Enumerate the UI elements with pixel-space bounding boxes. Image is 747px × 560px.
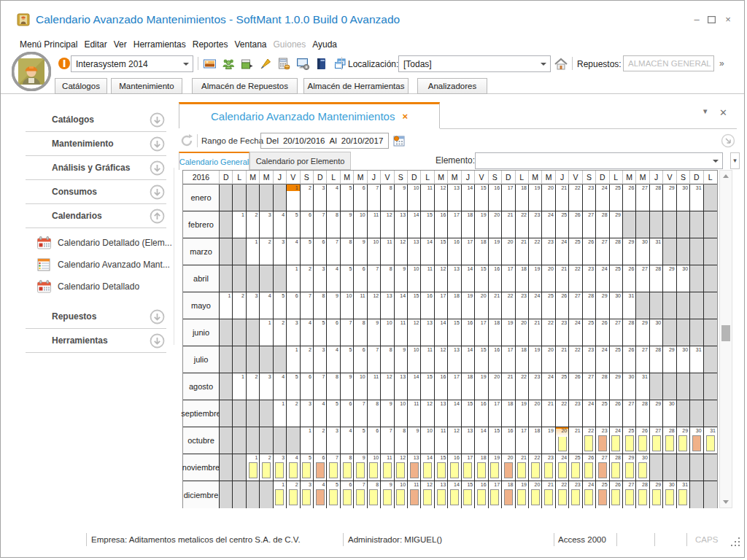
minimize-button[interactable]: – <box>690 14 703 26</box>
day-cell-septiembre-6[interactable]: 6 <box>341 400 354 427</box>
day-cell-diciembre-10[interactable]: 10 <box>395 481 408 508</box>
day-cell-diciembre-15[interactable]: 15 <box>462 481 475 508</box>
maintenance-marker-yellow[interactable] <box>383 462 392 478</box>
day-cell-agosto-5[interactable]: 5 <box>287 373 300 400</box>
maintenance-marker-yellow[interactable] <box>625 435 634 451</box>
day-cell-octubre-5[interactable]: 5 <box>354 427 367 454</box>
day-cell-diciembre-24[interactable]: 24 <box>583 481 596 508</box>
day-cell-febrero-23[interactable]: 23 <box>529 211 542 238</box>
maintenance-marker-yellow[interactable] <box>396 489 405 505</box>
day-cell-septiembre-21[interactable]: 21 <box>542 400 555 427</box>
day-cell-junio-29[interactable]: 29 <box>636 319 649 346</box>
day-cell-enero-11[interactable]: 11 <box>421 184 434 211</box>
day-cell-marzo-12[interactable]: 12 <box>395 238 408 265</box>
day-cell-enero-17[interactable]: 17 <box>502 184 515 211</box>
maintenance-marker-salmon[interactable] <box>504 462 513 478</box>
maintenance-marker-yellow[interactable] <box>665 489 674 505</box>
maintenance-marker-salmon[interactable] <box>598 462 607 478</box>
day-cell-junio-6[interactable]: 6 <box>327 319 340 346</box>
day-cell-julio-21[interactable]: 21 <box>556 346 569 373</box>
day-cell-marzo-6[interactable]: 6 <box>314 238 327 265</box>
day-cell-agosto-10[interactable]: 10 <box>354 373 367 400</box>
day-cell-junio-5[interactable]: 5 <box>314 319 327 346</box>
maintenance-marker-yellow[interactable] <box>706 435 715 451</box>
day-cell-febrero-27[interactable]: 27 <box>583 211 596 238</box>
day-cell-julio-29[interactable]: 29 <box>663 346 676 373</box>
day-cell-julio-31[interactable]: 31 <box>690 346 703 373</box>
day-cell-octubre-27[interactable]: 27 <box>650 427 663 454</box>
day-cell-julio-18[interactable]: 18 <box>516 346 529 373</box>
day-cell-junio-9[interactable]: 9 <box>368 319 381 346</box>
day-cell-junio-1[interactable]: 1 <box>260 319 273 346</box>
day-cell-octubre-19[interactable]: 19 <box>542 427 555 454</box>
day-cell-diciembre-28[interactable]: 28 <box>636 481 649 508</box>
tab-mantenimiento[interactable]: Mantenimiento <box>111 78 182 94</box>
day-cell-octubre-8[interactable]: 8 <box>395 427 408 454</box>
day-cell-abril-1[interactable]: 1 <box>287 265 300 292</box>
day-cell-febrero-20[interactable]: 20 <box>489 211 502 238</box>
maintenance-marker-yellow[interactable] <box>343 462 352 478</box>
maintenance-marker-yellow[interactable] <box>571 489 580 505</box>
day-cell-enero-1[interactable]: 1 <box>287 184 300 211</box>
day-cell-marzo-13[interactable]: 13 <box>408 238 421 265</box>
day-cell-mayo-24[interactable]: 24 <box>529 292 542 319</box>
day-cell-junio-12[interactable]: 12 <box>408 319 421 346</box>
day-cell-febrero-28[interactable]: 28 <box>596 211 609 238</box>
day-cell-noviembre-10[interactable]: 10 <box>368 454 381 481</box>
maintenance-marker-yellow[interactable] <box>477 462 486 478</box>
day-cell-enero-7[interactable]: 7 <box>368 184 381 211</box>
maintenance-marker-salmon[interactable] <box>410 489 419 505</box>
maintenance-marker-yellow[interactable] <box>437 489 446 505</box>
day-cell-julio-1[interactable]: 1 <box>287 346 300 373</box>
repuestos-input[interactable]: ALMACÉN GENERAL <box>623 55 714 71</box>
day-cell-febrero-16[interactable]: 16 <box>435 211 448 238</box>
day-cell-mayo-2[interactable]: 2 <box>233 292 246 319</box>
menu-herramientas[interactable]: Herramientas <box>133 39 186 50</box>
maintenance-marker-yellow[interactable] <box>638 489 647 505</box>
home-icon[interactable] <box>554 57 568 71</box>
day-cell-febrero-8[interactable]: 8 <box>327 211 340 238</box>
day-cell-diciembre-6[interactable]: 6 <box>341 481 354 508</box>
day-cell-julio-13[interactable]: 13 <box>448 346 461 373</box>
day-cell-junio-4[interactable]: 4 <box>301 319 314 346</box>
day-cell-junio-30[interactable]: 30 <box>650 319 663 346</box>
maintenance-marker-salmon[interactable] <box>504 489 513 505</box>
day-cell-mayo-30[interactable]: 30 <box>610 292 623 319</box>
day-cell-marzo-26[interactable]: 26 <box>583 238 596 265</box>
day-cell-febrero-15[interactable]: 15 <box>421 211 434 238</box>
day-cell-agosto-13[interactable]: 13 <box>395 373 408 400</box>
maintenance-marker-salmon[interactable] <box>692 435 701 451</box>
day-cell-febrero-3[interactable]: 3 <box>260 211 273 238</box>
day-cell-junio-28[interactable]: 28 <box>623 319 636 346</box>
day-cell-noviembre-15[interactable]: 15 <box>435 454 448 481</box>
day-cell-mayo-29[interactable]: 29 <box>596 292 609 319</box>
day-cell-junio-15[interactable]: 15 <box>448 319 461 346</box>
day-cell-mayo-31[interactable]: 31 <box>623 292 636 319</box>
maintenance-marker-yellow[interactable] <box>517 489 526 505</box>
menu-reportes[interactable]: Reportes <box>193 39 228 50</box>
maintenance-marker-yellow[interactable] <box>383 489 392 505</box>
maintenance-marker-yellow[interactable] <box>289 489 298 505</box>
day-cell-junio-17[interactable]: 17 <box>475 319 488 346</box>
day-cell-diciembre-11[interactable]: 11 <box>408 481 421 508</box>
day-cell-enero-10[interactable]: 10 <box>408 184 421 211</box>
day-cell-mayo-28[interactable]: 28 <box>583 292 596 319</box>
day-cell-septiembre-30[interactable]: 30 <box>663 400 676 427</box>
day-cell-abril-21[interactable]: 21 <box>556 265 569 292</box>
day-cell-noviembre-2[interactable]: 2 <box>260 454 273 481</box>
maintenance-marker-yellow[interactable] <box>625 462 634 478</box>
day-cell-mayo-10[interactable]: 10 <box>341 292 354 319</box>
day-cell-noviembre-16[interactable]: 16 <box>448 454 461 481</box>
tabstrip-close-icon[interactable]: ✕ <box>719 107 727 118</box>
day-cell-febrero-4[interactable]: 4 <box>274 211 287 238</box>
day-cell-abril-22[interactable]: 22 <box>569 265 582 292</box>
day-cell-enero-28[interactable]: 28 <box>650 184 663 211</box>
day-cell-septiembre-10[interactable]: 10 <box>395 400 408 427</box>
day-cell-abril-14[interactable]: 14 <box>462 265 475 292</box>
day-cell-abril-10[interactable]: 10 <box>408 265 421 292</box>
day-cell-febrero-6[interactable]: 6 <box>301 211 314 238</box>
day-cell-septiembre-4[interactable]: 4 <box>314 400 327 427</box>
day-cell-mayo-12[interactable]: 12 <box>368 292 381 319</box>
day-cell-abril-18[interactable]: 18 <box>516 265 529 292</box>
day-cell-octubre-4[interactable]: 4 <box>341 427 354 454</box>
